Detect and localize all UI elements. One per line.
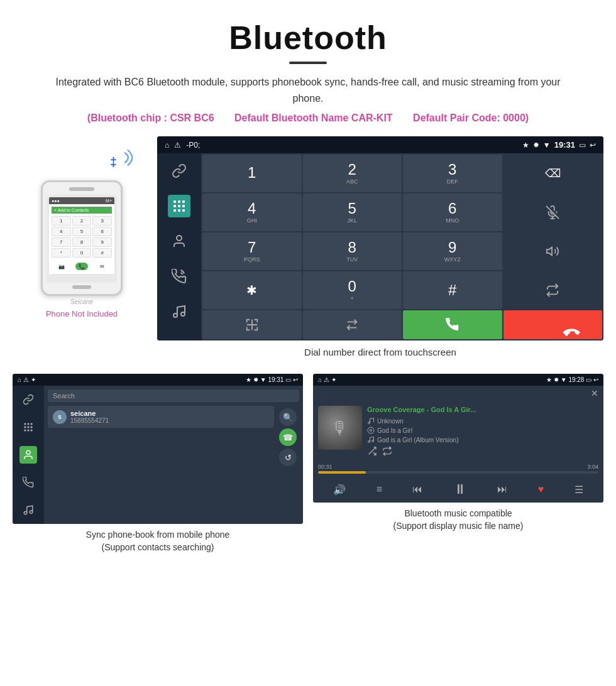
phone-key-5[interactable]: 5: [72, 227, 92, 236]
equalizer-icon[interactable]: ≡: [377, 484, 382, 495]
dial-key-0[interactable]: 0+: [303, 271, 402, 309]
home-icon: ⌂: [165, 141, 169, 150]
phone-screen: ●●●M+ + Add to Contacts 1 2 3 4 5 6 7 8 …: [47, 195, 117, 283]
car-screen-area: ⌂ ⚠ -P0; ★ ✹ ▼ 19:31 ▭ ↩: [157, 136, 603, 364]
pb-call-icon[interactable]: [19, 474, 37, 491]
phone-call-btn[interactable]: 📞: [75, 263, 88, 270]
dial-key-9[interactable]: 9WXYZ: [403, 232, 502, 270]
pb-link-icon[interactable]: [19, 391, 37, 408]
dial-key-7[interactable]: 7PQRS: [202, 232, 302, 270]
phone-key-7[interactable]: 7: [52, 237, 71, 247]
dial-key-backspace[interactable]: ⌫: [503, 155, 603, 192]
dial-key-2[interactable]: 2ABC: [303, 155, 402, 192]
phone-video-btn[interactable]: 📷: [55, 263, 68, 270]
dial-key-transfer[interactable]: [303, 310, 402, 339]
prev-button[interactable]: ⏮: [412, 484, 422, 495]
phone-key-hash[interactable]: #: [92, 248, 112, 258]
svg-point-10: [177, 236, 182, 241]
svg-rect-7: [173, 209, 176, 212]
phone-key-4[interactable]: 4: [52, 227, 71, 236]
music-status-left: ⌂ ⚠ ✦: [318, 376, 336, 383]
svg-point-30: [368, 441, 370, 443]
phone-home-btn[interactable]: [72, 285, 91, 289]
svg-marker-14: [547, 248, 552, 256]
svg-rect-19: [28, 427, 30, 428]
dial-key-volume[interactable]: [503, 232, 603, 270]
dial-key-1[interactable]: 1: [202, 155, 302, 192]
volume-control[interactable]: 🔊: [333, 484, 346, 496]
phone-bottom-bar: 📷 📞 ✉: [52, 260, 112, 271]
favorite-button[interactable]: ♥: [538, 484, 544, 495]
dial-key-5[interactable]: 5JKL: [303, 193, 402, 231]
sidebar-dialpad-icon[interactable]: [168, 195, 190, 217]
pb-refresh-button[interactable]: ↺: [279, 449, 297, 466]
pb-dialpad-icon[interactable]: [19, 418, 37, 436]
dial-key-mute[interactable]: [503, 193, 603, 231]
music-album: God Is a Girl: [367, 427, 598, 434]
repeat-icon[interactable]: [382, 446, 392, 456]
music-album-text: God Is a Girl: [377, 427, 412, 434]
sidebar-music-icon[interactable]: [168, 300, 190, 323]
page-header: Bluetooth Integrated with BC6 Bluetooth …: [0, 0, 616, 130]
dial-key-call-green[interactable]: [403, 310, 502, 339]
dial-key-star[interactable]: ✱: [202, 271, 302, 309]
phone-mockup: ●●●M+ + Add to Contacts 1 2 3 4 5 6 7 8 …: [41, 180, 123, 296]
svg-point-28: [368, 427, 374, 433]
back-icon[interactable]: ↩: [590, 141, 596, 150]
phone-screen-top: ●●●M+: [49, 197, 114, 204]
dial-key-hash[interactable]: #: [403, 271, 502, 309]
main-section: ‡ ●●●M+ + Add to Contacts 1 2: [0, 130, 616, 364]
music-close-button[interactable]: ✕: [591, 388, 598, 398]
svg-rect-8: [178, 209, 180, 212]
next-button[interactable]: ⏭: [497, 484, 507, 495]
pb-search-bar[interactable]: Search: [48, 389, 299, 402]
sidebar-link-icon[interactable]: [168, 160, 190, 182]
pb-music-icon[interactable]: [19, 501, 37, 519]
phone-key-star[interactable]: *: [52, 248, 71, 258]
pause-button[interactable]: ⏸: [453, 481, 467, 498]
warning-icon: ⚠: [174, 141, 181, 150]
pb-body: Search s seicane 15885554271: [13, 386, 303, 524]
dial-key-swap[interactable]: [503, 271, 603, 309]
pb-status-bar: ⌂ ⚠ ✦ ★ ✹ ▼ 19:31 ▭ ↩: [13, 374, 303, 386]
dial-key-8[interactable]: 8TUV: [303, 232, 402, 270]
spec-code: Default Pair Code: 0000): [413, 112, 529, 123]
phone-key-0[interactable]: 0: [72, 248, 92, 258]
bottom-section: ⌂ ⚠ ✦ ★ ✹ ▼ 19:31 ▭ ↩: [0, 364, 616, 569]
progress-bar[interactable]: [318, 471, 598, 474]
phone-key-6[interactable]: 6: [92, 227, 112, 236]
pb-contact-icon[interactable]: [19, 446, 37, 464]
dial-key-3[interactable]: 3DEF: [403, 155, 502, 192]
phone-area: ‡ ●●●M+ + Add to Contacts 1 2: [13, 136, 151, 318]
pb-time: 19:31: [268, 376, 283, 383]
sidebar-contact-icon[interactable]: [168, 230, 190, 253]
seicane-label: Seicane: [70, 298, 93, 305]
specs-row: (Bluetooth chip : CSR BC6 Default Blueto…: [25, 112, 591, 124]
playlist-icon[interactable]: ☰: [575, 484, 583, 496]
pb-contact-row[interactable]: s seicane 15885554271: [48, 406, 274, 428]
car-status-bar: ⌂ ⚠ -P0; ★ ✹ ▼ 19:31 ▭ ↩: [157, 136, 603, 153]
svg-rect-20: [31, 427, 33, 428]
phone-key-3[interactable]: 3: [92, 216, 112, 226]
phone-sidebar: [157, 153, 201, 340]
dial-key-6[interactable]: 6MNO: [403, 193, 502, 231]
dial-key-merge[interactable]: [202, 310, 302, 339]
dial-key-call-red[interactable]: [503, 310, 603, 339]
phone-msg-btn[interactable]: ✉: [96, 263, 108, 270]
phone-key-1[interactable]: 1: [52, 216, 71, 226]
phone-key-8[interactable]: 8: [72, 237, 92, 247]
dial-key-4[interactable]: 4GHI: [202, 193, 302, 231]
phone-key-9[interactable]: 9: [92, 237, 112, 247]
pb-call-button[interactable]: ☎: [279, 428, 297, 446]
phonebook-caption: Sync phone-book from mobile phone(Suppor…: [13, 524, 303, 556]
svg-rect-23: [31, 430, 33, 432]
svg-text:‡: ‡: [110, 155, 117, 169]
dialpad-grid: 1 2ABC 3DEF ⌫ 4GHI 5JKL 6MNO: [201, 153, 603, 340]
sidebar-call-icon[interactable]: [168, 265, 190, 288]
spec-chip: (Bluetooth chip : CSR BC6: [87, 112, 214, 123]
shuffle-icon[interactable]: [367, 446, 377, 456]
phone-key-2[interactable]: 2: [72, 216, 92, 226]
pb-search-button[interactable]: 🔍: [279, 408, 297, 426]
phonebook-screen: ⌂ ⚠ ✦ ★ ✹ ▼ 19:31 ▭ ↩: [13, 374, 303, 524]
svg-rect-1: [173, 200, 176, 203]
